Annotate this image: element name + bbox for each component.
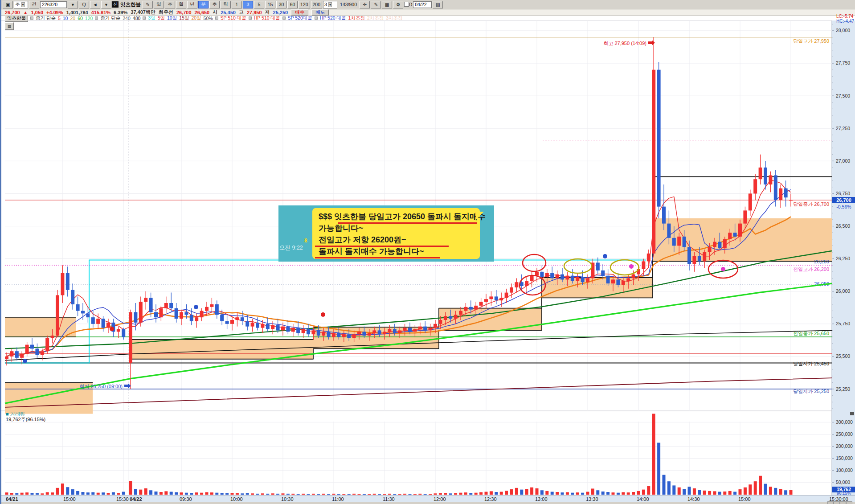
legend-item: HP 510 대콜 [254, 15, 280, 21]
svg-text:300,000: 300,000 [836, 419, 853, 425]
chat-note-overlay: $$$ 잇츠한불 당일고가 20650 돌파시 돌지매수 가능합니다~ 전일고가… [278, 205, 494, 262]
legend-item: 10일 [167, 15, 177, 21]
legend-item: 120 [85, 16, 93, 21]
zoom-out-button[interactable] [840, 501, 846, 504]
svg-text:27,500: 27,500 [836, 93, 850, 98]
legend-marker-icon [249, 16, 252, 20]
bottom-scrollbar[interactable] [1, 502, 855, 504]
svg-text:26,500: 26,500 [836, 223, 850, 229]
svg-text:26,000: 26,000 [836, 288, 850, 294]
svg-text:12:00: 12:00 [434, 496, 446, 502]
note-line2: 가능합니다~ [319, 222, 475, 234]
svg-text:25,500: 25,500 [836, 353, 850, 359]
legend-item: 2차조정 [367, 15, 384, 21]
legend-item: 종가 단순 [100, 15, 120, 21]
svg-text:27,750: 27,750 [836, 60, 850, 66]
legend-marker-icon [143, 16, 146, 20]
svg-text:전일고가 26,200: 전일고가 26,200 [793, 266, 829, 272]
hc-value: HC:-4.47 [836, 19, 854, 24]
unread-badge: 8 [304, 238, 307, 244]
note-line3: 전일고가 저항 26200원~ [319, 234, 475, 246]
chat-bubble: $$$ 잇츠한불 당일고가 20650 돌파시 돌지매수 가능합니다~ 전일고가… [312, 208, 480, 259]
svg-text:27,000: 27,000 [836, 158, 850, 164]
legend-item: 3일 [148, 15, 155, 21]
zoom-in-button[interactable] [846, 501, 852, 504]
legend-item: SP 510 대콜 [221, 15, 246, 21]
legend-item: 20 [70, 16, 75, 21]
legend-item: 15일 [179, 15, 189, 21]
legend-item: SP 520대콜 [288, 15, 312, 21]
svg-text:26,700: 26,700 [836, 197, 851, 203]
svg-text:04/22: 04/22 [130, 496, 142, 502]
svg-text:13:30: 13:30 [586, 496, 598, 502]
svg-text:150,000: 150,000 [836, 455, 853, 461]
svg-text:13:00: 13:00 [535, 496, 548, 502]
svg-text:11:00: 11:00 [332, 496, 344, 502]
scroll-right-button[interactable] [834, 501, 840, 504]
legend-item: 3차조정 [386, 15, 402, 21]
legend-item: 20일 [191, 15, 201, 21]
legend-marker-icon [315, 16, 318, 20]
legend-item: 5일 [158, 15, 165, 21]
svg-text:최저 25,250 (09:00): 최저 25,250 (09:00) [79, 384, 123, 389]
note-line4: 돌파시 돌지매수 가능합니다~ [319, 246, 475, 257]
volume-legend-value: 19,762주(96.15%) [6, 417, 45, 422]
lc-value: LC:-5.74 [836, 14, 854, 19]
message-time: 오전 9:22 [279, 244, 303, 252]
lchc-readout: LC:-5.74 HC:-4.47 [836, 14, 854, 24]
legend-marker-icon [30, 16, 33, 20]
svg-text:15:00: 15:00 [738, 496, 751, 502]
legend-item: 60 [78, 16, 83, 21]
chart-grid-icon[interactable]: ▦ [5, 22, 14, 30]
svg-text:04/21: 04/21 [6, 496, 18, 502]
legend-marker-icon [215, 16, 218, 20]
legend-item: 480 [133, 16, 141, 21]
svg-text:28,000: 28,000 [836, 28, 850, 33]
svg-text:11:30: 11:30 [383, 496, 395, 502]
chart-tab[interactable]: 잇츠한불 [5, 15, 28, 22]
scroll-left-button[interactable] [827, 501, 834, 504]
svg-text:10:30: 10:30 [281, 496, 294, 502]
svg-text:당일시가 25,450: 당일시가 25,450 [793, 361, 829, 366]
svg-text:14:30: 14:30 [687, 496, 700, 502]
note-line1: $$$ 잇츠한불 당일고가 20650 돌파시 돌지매수 [319, 211, 475, 222]
indicator-legend-row: 잇츠한불종가 단순5102060120종가 단순2404803일5일10일15일… [5, 15, 403, 21]
svg-text:26,250: 26,250 [836, 256, 850, 261]
legend-marker-icon [95, 16, 98, 20]
legend-marker-icon [282, 16, 286, 20]
svg-text:15:00: 15:00 [63, 496, 76, 502]
legend-item: 종가 단순 [36, 15, 56, 21]
svg-text:200,000: 200,000 [836, 443, 853, 449]
volume-legend-title: ■ 거래량 [6, 411, 45, 417]
svg-text:최고 27,950 (14:09): 최고 27,950 (14:09) [603, 41, 646, 46]
legend-item: 240 [123, 16, 131, 21]
svg-text:250,000: 250,000 [836, 431, 853, 437]
svg-text:-0.56%: -0.56% [836, 204, 851, 209]
volume-legend: ■ 거래량 19,762주(96.15%) [6, 411, 45, 422]
svg-text:당일고가 27,950: 당일고가 27,950 [793, 38, 829, 44]
svg-text:25,250: 25,250 [836, 386, 850, 392]
svg-text:26,750: 26,750 [836, 191, 850, 196]
legend-item: HP 520 대콜 [320, 15, 346, 21]
legend-item: 1차조정 [348, 15, 365, 21]
legend-item: 10 [63, 16, 68, 21]
legend-item: 5 [58, 16, 61, 21]
svg-text:25,750: 25,750 [836, 321, 850, 326]
svg-text:당일저가 25,250: 당일저가 25,250 [793, 389, 829, 394]
svg-text:당일종가 26,700: 당일종가 26,700 [793, 201, 829, 207]
svg-text:12:30: 12:30 [484, 496, 497, 502]
svg-text:50,000: 50,000 [836, 479, 850, 485]
svg-text:14:00: 14:00 [637, 496, 649, 502]
svg-text:96.15%: 96.15% [837, 491, 851, 496]
svg-text:15:30: 15:30 [116, 496, 129, 502]
legend-item: 50% [204, 16, 213, 21]
svg-text:100,000: 100,000 [836, 467, 853, 473]
red-underline-2 [315, 246, 449, 247]
svg-text:10:00: 10:00 [230, 496, 243, 502]
svg-text:09:30: 09:30 [180, 496, 192, 502]
trading-app-window: ▣주▾건226320▾Q◄▾신잇츠한불✎일주월년분초틱1351530601202… [0, 0, 855, 504]
svg-text:27,250: 27,250 [836, 126, 850, 131]
red-underline-3 [315, 257, 440, 258]
red-underline-1 [338, 222, 477, 224]
